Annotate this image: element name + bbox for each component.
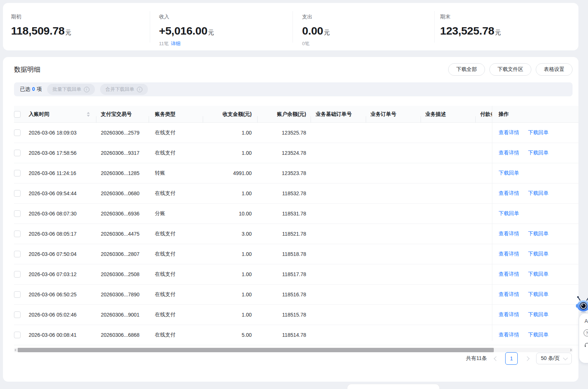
col-header-label: 支付宝交易号 bbox=[101, 111, 132, 117]
row-checkbox[interactable] bbox=[14, 210, 21, 217]
robot-icon bbox=[575, 296, 588, 314]
unit-text: 元 bbox=[65, 29, 71, 36]
summary-sub bbox=[440, 40, 578, 46]
col-header-amount: 收支金额(元) bbox=[203, 111, 258, 118]
cell-balance: 118531.78 bbox=[258, 211, 311, 217]
view-detail-link[interactable]: 查看详情 bbox=[499, 251, 519, 257]
view-detail-link[interactable]: 查看详情 bbox=[499, 291, 519, 298]
view-detail-link[interactable]: 查看详情 bbox=[499, 332, 519, 338]
col-header-txn-id: 支付宝交易号 bbox=[96, 111, 149, 118]
merge-download-button[interactable]: 合并下载回单 i bbox=[100, 84, 148, 95]
page-size-select[interactable]: 50 条/页 bbox=[536, 353, 572, 364]
download-receipt-link[interactable]: 下载回单 bbox=[528, 190, 549, 197]
scroll-right-arrow-icon[interactable] bbox=[570, 349, 572, 351]
cell-balance: 118514.78 bbox=[258, 332, 311, 338]
col-header-remark: 付款备注 bbox=[476, 111, 492, 118]
scrollbar-thumb[interactable] bbox=[18, 348, 494, 352]
batch-download-button[interactable]: 批量下载回单 i bbox=[47, 84, 95, 95]
cell-balance: 118515.78 bbox=[258, 312, 311, 318]
col-header-label: 收支金额(元) bbox=[223, 111, 252, 117]
row-checkbox[interactable] bbox=[14, 150, 21, 156]
download-receipt-link[interactable]: 下载回单 bbox=[499, 210, 519, 217]
col-header-actions: 操作 bbox=[492, 111, 578, 118]
row-checkbox[interactable] bbox=[14, 231, 21, 237]
download-receipt-link[interactable]: 下载回单 bbox=[528, 332, 549, 338]
row-checkbox[interactable] bbox=[14, 332, 21, 338]
row-checkbox[interactable] bbox=[14, 170, 21, 176]
divider bbox=[150, 11, 150, 43]
scroll-left-arrow-icon[interactable] bbox=[14, 349, 16, 351]
col-header-label: 账户余额(元) bbox=[277, 111, 306, 117]
next-page-button[interactable] bbox=[523, 355, 531, 362]
sort-icon[interactable] bbox=[87, 112, 90, 117]
view-detail-link[interactable]: 查看详情 bbox=[499, 231, 519, 237]
download-receipt-link[interactable]: 下载回单 bbox=[528, 150, 549, 156]
summary-value: 118,509.78元 bbox=[11, 25, 150, 37]
row-checkbox[interactable] bbox=[14, 251, 21, 257]
summary-card: 期初 118,509.78元 收入 +5,016.00元 11笔详细 支出 0.… bbox=[3, 3, 578, 50]
table-row: 2026-03-06 07:50:0420260306...2807在线支付1.… bbox=[14, 244, 578, 264]
view-detail-link[interactable]: 查看详情 bbox=[499, 311, 519, 318]
download-receipt-link[interactable]: 下载回单 bbox=[528, 251, 549, 257]
cell-time: 2026-03-06 07:03:12 bbox=[26, 271, 96, 277]
row-checkbox[interactable] bbox=[14, 271, 21, 278]
page-title: 数据明细 bbox=[14, 65, 40, 74]
cell-txn-id: 20260306...2579 bbox=[96, 130, 149, 136]
row-checkbox[interactable] bbox=[14, 311, 21, 318]
cell-actions: 查看详情下载回单 bbox=[492, 332, 578, 338]
ai-assistant-avatar[interactable] bbox=[575, 296, 588, 313]
cell-time: 2026-03-06 17:58:56 bbox=[26, 150, 96, 156]
table-row: 2026-03-06 05:02:4620260306...9001在线支付1.… bbox=[14, 305, 578, 325]
cell-balance: 118517.78 bbox=[258, 271, 311, 277]
col-header-label: 入账时间 bbox=[29, 111, 49, 117]
row-checkbox-cell bbox=[14, 231, 26, 237]
table-row: 2026-03-06 18:09:0320260306...2579在线支付1.… bbox=[14, 123, 578, 143]
download-receipt-link[interactable]: 下载回单 bbox=[528, 271, 549, 278]
pagination: 共有11条 1 50 条/页 bbox=[466, 353, 572, 364]
table-row: 2026-03-06 00:08:4120260306...6868在线支付5.… bbox=[14, 325, 578, 345]
row-checkbox[interactable] bbox=[14, 190, 21, 197]
cell-balance: 118532.78 bbox=[258, 190, 311, 196]
table-row: 2026-03-06 07:03:1220260306...2508在线支付1.… bbox=[14, 264, 578, 285]
page-1-button[interactable]: 1 bbox=[505, 352, 518, 365]
chevron-down-icon bbox=[563, 356, 568, 360]
cell-account-type: 在线支付 bbox=[149, 311, 203, 318]
support-headset-button[interactable] bbox=[584, 342, 588, 348]
download-zone-button[interactable]: 下载文件区 bbox=[489, 63, 531, 76]
table-row: 2026-03-06 06:50:2520260306...7890在线支付1.… bbox=[14, 285, 578, 305]
cell-account-type: 在线支付 bbox=[149, 251, 203, 257]
download-receipt-link[interactable]: 下载回单 bbox=[528, 129, 549, 136]
cell-time: 2026-03-06 06:50:25 bbox=[26, 292, 96, 297]
select-all-checkbox[interactable] bbox=[14, 111, 21, 118]
view-detail-link[interactable]: 查看详情 bbox=[499, 129, 519, 136]
cell-actions: 查看详情下载回单 bbox=[492, 251, 578, 257]
prev-page-button[interactable] bbox=[492, 355, 500, 362]
divider bbox=[293, 11, 293, 43]
download-receipt-link[interactable]: 下载回单 bbox=[528, 311, 549, 318]
table-settings-button[interactable]: 表格设置 bbox=[536, 63, 573, 76]
horizontal-scrollbar[interactable] bbox=[14, 348, 573, 352]
view-detail-link[interactable]: 查看详情 bbox=[499, 271, 519, 278]
col-header-time[interactable]: 入账时间 bbox=[26, 111, 96, 118]
help-button[interactable]: ? bbox=[584, 329, 588, 336]
row-checkbox[interactable] bbox=[14, 291, 21, 298]
row-checkbox-cell bbox=[14, 251, 26, 257]
selection-prefix: 已选 bbox=[20, 86, 30, 92]
download-receipt-link[interactable]: 下载回单 bbox=[528, 291, 549, 298]
unit-text: 元 bbox=[495, 29, 501, 36]
download-receipt-link[interactable]: 下载回单 bbox=[499, 170, 519, 176]
download-all-button[interactable]: 下载全部 bbox=[448, 63, 485, 76]
cell-balance: 118518.78 bbox=[258, 251, 311, 257]
col-header-order: 业务订单号 bbox=[366, 111, 421, 118]
summary-label: 收入 bbox=[159, 14, 293, 20]
view-detail-link[interactable]: 查看详情 bbox=[499, 150, 519, 156]
download-receipt-link[interactable]: 下载回单 bbox=[528, 231, 549, 237]
row-checkbox[interactable] bbox=[14, 129, 21, 136]
col-header-basic-order: 业务基础订单号 bbox=[311, 111, 366, 118]
view-detail-link[interactable]: 查看详情 bbox=[499, 190, 519, 197]
table-row: 2026-03-06 09:54:4420260306...0680在线支付1.… bbox=[14, 183, 578, 204]
cell-amount: 1.00 bbox=[203, 190, 258, 196]
info-icon: i bbox=[137, 87, 142, 92]
income-detail-link[interactable]: 详细 bbox=[171, 41, 181, 46]
ai-assistant-button[interactable]: AI bbox=[584, 318, 588, 324]
